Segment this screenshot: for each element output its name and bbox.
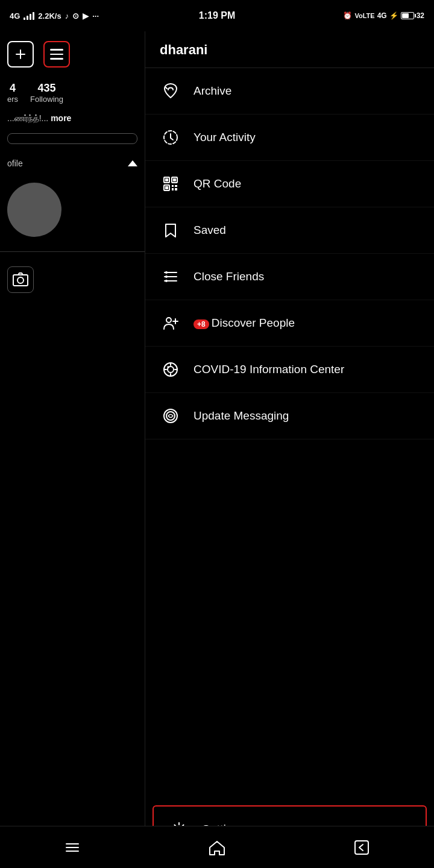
carrier-label: 4G: [10, 11, 20, 20]
menu-item-archive[interactable]: Archive: [145, 68, 434, 115]
covid-info-label: COVID-19 Information Center: [193, 362, 344, 377]
add-photo-button[interactable]: [0, 257, 145, 303]
archive-icon: [160, 80, 181, 102]
chevron-up-icon[interactable]: [128, 160, 137, 166]
discover-badge: +8: [193, 319, 209, 329]
close-friends-icon: [160, 266, 181, 288]
close-friends-label: Close Friends: [193, 270, 264, 283]
svg-point-20: [165, 275, 168, 278]
status-bar: 4G 2.2K/s ♪ ⊙ ▶ ··· 1:19 PM ⏰ VoLTE 4G ⚡…: [0, 0, 434, 31]
followers-label: ers: [7, 95, 18, 104]
profile-section-label: ofile: [7, 159, 23, 168]
menu-item-discover-people[interactable]: +8Discover People: [145, 300, 434, 347]
hamburger-icon: [50, 49, 63, 60]
update-messaging-label: Update Messaging: [193, 409, 289, 423]
bio-more-link[interactable]: more: [51, 113, 71, 123]
profile-bio: ...ணர்ந்த்!... more: [0, 113, 145, 133]
followers-count: 4: [7, 82, 18, 95]
svg-point-32: [166, 412, 175, 420]
discover-people-label: +8Discover People: [193, 316, 295, 330]
nav-menu-button[interactable]: [54, 829, 90, 866]
svg-rect-12: [172, 185, 174, 187]
svg-rect-2: [13, 275, 28, 286]
lightning-icon: ⚡: [389, 11, 398, 20]
music-icon: ♪: [65, 11, 69, 20]
youtube-icon: ▶: [83, 11, 89, 20]
profile-avatar-area: [0, 173, 145, 247]
left-panel: 4 ers 435 Following ...ணர்ந்த்!... more …: [0, 31, 145, 868]
status-time: 1:19 PM: [199, 10, 235, 21]
svg-point-21: [165, 280, 168, 282]
menu-item-your-activity[interactable]: Your Activity: [145, 115, 434, 161]
add-content-button[interactable]: [7, 41, 34, 68]
more-dots: ···: [92, 11, 99, 20]
add-photo-icon: [7, 266, 34, 293]
your-activity-label: Your Activity: [193, 131, 256, 144]
hamburger-menu-button[interactable]: [43, 41, 70, 68]
battery-indicator: [401, 12, 414, 19]
menu-item-update-messaging[interactable]: Update Messaging: [145, 393, 434, 439]
qr-code-icon: [160, 173, 181, 195]
menu-item-covid-info[interactable]: COVID-19 Information Center: [145, 347, 434, 393]
profile-stats: 4 ers 435 Following: [0, 77, 145, 113]
avatar: [7, 183, 61, 237]
svg-rect-14: [172, 188, 174, 190]
svg-point-19: [165, 271, 168, 274]
saved-icon: [160, 219, 181, 241]
menu-item-saved[interactable]: Saved: [145, 207, 434, 254]
battery-percent: 32: [417, 11, 424, 20]
saved-label: Saved: [193, 224, 226, 237]
status-left: 4G 2.2K/s ♪ ⊙ ▶ ···: [10, 11, 99, 20]
menu-items-list: Archive Your Activity: [145, 68, 434, 796]
following-count: 435: [30, 82, 63, 95]
svg-point-22: [166, 318, 171, 322]
profile-section-header: ofile: [0, 154, 145, 173]
qr-code-label: QR Code: [193, 177, 241, 190]
nav-back-button[interactable]: [344, 829, 380, 866]
discover-people-icon: [160, 312, 181, 334]
svg-rect-11: [165, 186, 168, 189]
stat-followers: 4 ers: [7, 82, 18, 104]
svg-rect-37: [355, 841, 368, 854]
right-panel: dharani Archive: [145, 31, 434, 868]
cast-icon: ⊙: [72, 11, 79, 20]
stat-following: 435 Following: [30, 82, 63, 104]
svg-rect-13: [175, 185, 177, 187]
status-right: ⏰ VoLTE 4G ⚡ 32: [343, 11, 424, 20]
bio-text: ...ணர்ந்த்!...: [7, 113, 51, 123]
alarm-icon: ⏰: [343, 11, 352, 20]
menu-item-qr-code[interactable]: QR Code: [145, 161, 434, 207]
your-activity-icon: [160, 127, 181, 148]
following-label: Following: [30, 95, 63, 104]
svg-rect-9: [165, 178, 168, 181]
svg-point-3: [17, 277, 24, 283]
archive-label: Archive: [193, 84, 231, 98]
left-panel-header: [0, 31, 145, 77]
menu-item-close-friends[interactable]: Close Friends: [145, 254, 434, 300]
divider: [0, 251, 145, 252]
svg-line-4: [166, 87, 167, 89]
svg-rect-10: [173, 178, 176, 181]
edit-profile-button[interactable]: [7, 133, 137, 144]
main-container: 4 ers 435 Following ...ணர்ந்த்!... more …: [0, 31, 434, 868]
volte-label: VoLTE: [354, 12, 374, 19]
nav-home-button[interactable]: [199, 829, 235, 866]
bottom-navigation: [0, 826, 434, 868]
4g-label: 4G: [377, 11, 387, 20]
network-speed: 2.2K/s: [38, 11, 61, 20]
covid-info-icon: [160, 359, 181, 380]
svg-rect-15: [175, 188, 177, 190]
signal-bars: [24, 11, 34, 20]
menu-username: dharani: [145, 31, 434, 68]
update-messaging-icon: [160, 405, 181, 427]
